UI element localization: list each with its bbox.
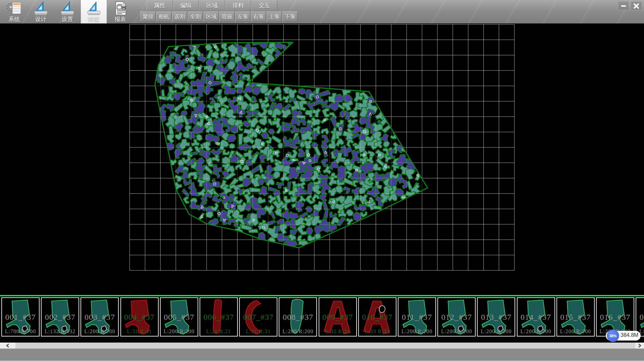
thumbnail-id: 010_#37 <box>359 313 396 322</box>
nav-label: 设计 <box>35 16 47 23</box>
piece-thumbnail-5[interactable]: 005_#37L:200 R:200 <box>160 297 198 337</box>
thumbnail-id: 005_#37 <box>161 313 198 322</box>
thumbnail-lr-count: L:21 R:21 <box>200 328 237 335</box>
thumbnail-lr-count: L:33 R:33 <box>359 328 396 335</box>
piece-thumbnail-6[interactable]: 006_#37L:21 R:21 <box>200 297 238 337</box>
report-icon <box>113 1 128 16</box>
thumbnail-id: 015_#37 <box>557 313 594 322</box>
piece-thumbnail-8[interactable]: 008_#37L:200 R:200 <box>279 297 317 337</box>
design-icon <box>33 1 49 16</box>
piece-thumbnail-12[interactable]: 012_#37L:200 R:200 <box>437 297 476 337</box>
thumbnail-id: 013_#37 <box>478 313 515 322</box>
nav-label: 报表 <box>115 16 126 23</box>
thumbnail-lr-count: L:200 R:200 <box>81 328 118 335</box>
application-window: 系统设计设置排版报表 属性编辑区域排料交互 聚排相机选割全割区域瑕疵左靠右靠上靠… <box>0 0 644 362</box>
nav-label: 设置 <box>62 16 73 23</box>
nav-label: 排版 <box>88 16 100 23</box>
thumbnail-lr-count: L:200 R:200 <box>438 328 475 335</box>
tool-button-10[interactable]: 下靠 <box>282 11 298 22</box>
thumbnail-lr-count: L:200 R:200 <box>279 328 316 335</box>
canvas-svg <box>0 23 644 295</box>
thumbnail-id: 006_#37 <box>200 313 237 322</box>
tool-button-9[interactable]: 上靠 <box>267 11 282 22</box>
piece-thumbnail-4[interactable]: 004_#37L:31 R:31 <box>120 297 159 337</box>
thumbnail-lr-count: L:200 R:200 <box>478 328 515 335</box>
thumbnail-id: 003_#37 <box>81 313 118 322</box>
thumbnail-lr-count: L:200 R:200 <box>518 328 554 335</box>
menu-tab-1[interactable]: 属性 <box>147 0 173 11</box>
menu-tab-4[interactable]: 排料 <box>225 0 251 11</box>
tool-button-1[interactable]: 聚排 <box>141 11 156 22</box>
piece-thumbnail-14[interactable]: 014_#37L:200 R:200 <box>517 297 555 337</box>
nav-button-4[interactable]: 排版 <box>81 0 107 23</box>
piece-thumbnail-strip: 001_#37L:700 R:700002_#37L:132 R:132003_… <box>0 296 644 343</box>
thumbnail-lr-count: L:32 R:31 <box>319 328 356 335</box>
thumbnail-id: 002_#37 <box>42 313 78 322</box>
piece-thumbnail-7[interactable]: 007_#37L:31 R:31 <box>239 297 277 337</box>
nav-button-3[interactable]: 设置 <box>54 0 80 23</box>
thumbnail-id: 007_#37 <box>240 313 277 322</box>
chevron-right-icon <box>638 344 641 348</box>
usage-percent-circle: 38% <box>607 329 619 342</box>
thumbnail-id: 011_#37 <box>398 313 435 322</box>
menu-tab-5[interactable]: 交互 <box>251 0 277 11</box>
toolbar: 系统设计设置排版报表 属性编辑区域排料交互 聚排相机选割全割区域瑕疵左靠右靠上靠… <box>0 0 644 23</box>
piece-thumbnail-9[interactable]: 009_#37L:32 R:31 <box>319 297 357 337</box>
menu-tab-3[interactable]: 区域 <box>199 0 225 11</box>
nav-button-2[interactable]: 设计 <box>28 0 54 23</box>
tool-button-6[interactable]: 瑕疵 <box>219 11 234 22</box>
scroll-left-arrow[interactable] <box>0 343 15 349</box>
close-icon <box>633 3 639 9</box>
tool-button-row: 聚排相机选割全割区域瑕疵左靠右靠上靠下靠 <box>141 11 298 22</box>
thumbnail-id: 016_#37 <box>597 313 634 322</box>
tool-button-8[interactable]: 右靠 <box>251 11 266 22</box>
thumbnail-id: 014_#37 <box>518 313 554 322</box>
thumbnail-lr-count: L:700 R:700 <box>2 328 39 335</box>
thumbnail-lr-count: L:31 R:31 <box>121 328 158 335</box>
nav-button-1[interactable]: 系统 <box>1 0 27 23</box>
nesting-canvas[interactable] <box>0 23 644 295</box>
thumbnail-lr-count: L:132 R:132 <box>42 328 78 335</box>
menu-tab-bar: 属性编辑区域排料交互 <box>147 0 277 11</box>
scroll-right-arrow[interactable] <box>635 343 644 349</box>
thumbnail-id: 008_#37 <box>279 313 316 322</box>
nav-label: 系统 <box>9 16 20 23</box>
minimize-button[interactable] <box>618 1 629 10</box>
thumbnail-id: 009_#37 <box>319 313 356 322</box>
piece-thumbnail-13[interactable]: 013_#37L:200 R:200 <box>477 297 515 337</box>
thumbnail-lr-count: L:200 R:200 <box>557 328 594 335</box>
tool-button-7[interactable]: 左靠 <box>235 11 250 22</box>
horizontal-scrollbar[interactable] <box>0 343 644 349</box>
thumbnail-lr-count: L:31 R:31 <box>240 328 277 335</box>
thumbnail-lr-count: L:200 R:200 <box>398 328 435 335</box>
chevron-left-icon <box>6 344 9 348</box>
tool-button-2[interactable]: 相机 <box>156 11 171 22</box>
bottom-edge-line <box>0 361 644 362</box>
minimize-icon <box>621 3 626 9</box>
thumbnail-lr-count: L:200 R:200 <box>161 328 198 335</box>
piece-thumbnail-10[interactable]: 010_#37L:33 R:33 <box>358 297 396 337</box>
thumbnail-id: 012_#37 <box>438 313 475 322</box>
menu-tab-2[interactable]: 编辑 <box>173 0 199 11</box>
piece-thumbnail-1[interactable]: 001_#37L:700 R:700 <box>1 297 40 337</box>
piece-thumbnail-3[interactable]: 003_#37L:200 R:200 <box>80 297 119 337</box>
usage-percent: 38% <box>609 334 616 338</box>
thumbnail-id: 001_#37 <box>2 313 39 322</box>
system-icon <box>6 1 22 16</box>
piece-thumbnail-2[interactable]: 002_#37L:132 R:132 <box>41 297 79 337</box>
nav-button-5[interactable]: 报表 <box>107 0 133 23</box>
tool-button-4[interactable]: 全割 <box>188 11 203 22</box>
thumbnail-id: 017_#37 <box>636 313 644 322</box>
piece-thumbnail-15[interactable]: 015_#37L:200 R:200 <box>556 297 595 337</box>
thumbnail-id: 004_#37 <box>121 313 158 322</box>
piece-thumbnail-11[interactable]: 011_#37L:200 R:200 <box>398 297 436 337</box>
settings-icon <box>60 1 75 16</box>
tool-button-3[interactable]: 选割 <box>172 11 187 22</box>
bottom-status-bar <box>0 349 644 362</box>
layout-icon <box>86 1 102 16</box>
tool-button-5[interactable]: 区域 <box>204 11 219 22</box>
memory-value: 384.8M <box>621 332 638 338</box>
close-button[interactable] <box>631 1 642 10</box>
